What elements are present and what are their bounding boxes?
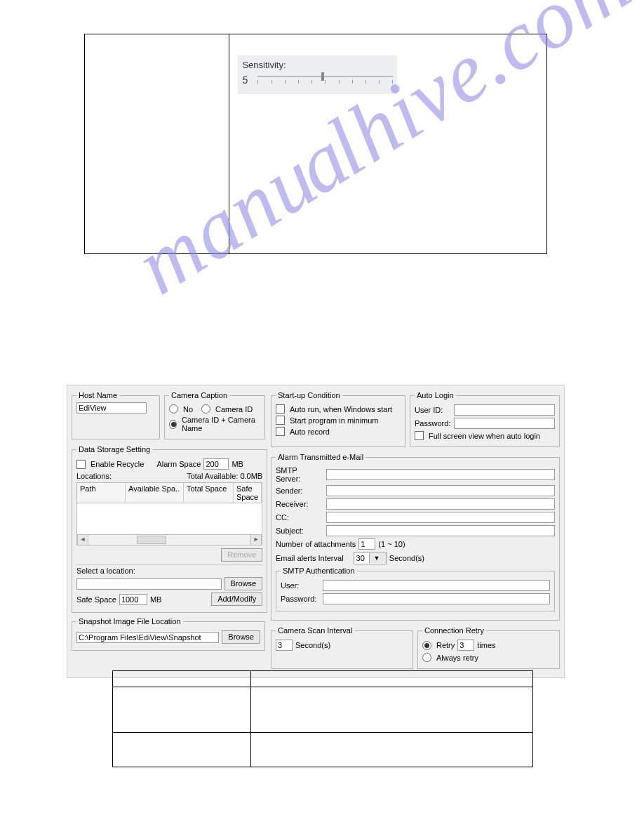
host-name-group: Host Name xyxy=(72,391,160,439)
num-attach-input[interactable] xyxy=(358,538,375,550)
smtp-auth-legend: SMTP Authentication xyxy=(281,567,357,575)
fullscreen-checkbox[interactable] xyxy=(415,431,424,440)
opt-camera-id-label: Camera ID xyxy=(215,405,253,413)
num-attach-label: Number of attachments xyxy=(276,540,356,548)
scroll-right-icon[interactable]: ► xyxy=(250,535,262,545)
smtp-password-input[interactable] xyxy=(323,593,550,604)
auto-run-checkbox[interactable] xyxy=(276,404,285,413)
info-table xyxy=(112,670,533,767)
times-label: times xyxy=(477,641,495,649)
smtp-input[interactable] xyxy=(326,469,555,480)
safe-space-input[interactable] xyxy=(119,594,147,605)
sensitivity-value: 5 xyxy=(242,74,250,86)
start-min-label: Start program in minimum xyxy=(290,416,379,425)
camera-caption-legend: Camera Caption xyxy=(169,391,229,399)
email-interval-select[interactable]: 30 ▼ xyxy=(354,552,387,564)
host-name-legend: Host Name xyxy=(76,391,119,399)
alarm-mail-legend: Alarm Transmitted e-Mail xyxy=(276,453,365,461)
location-path-input[interactable] xyxy=(76,578,222,590)
safe-space-label: Safe Space xyxy=(76,595,116,604)
num-attach-range: (1 ~ 10) xyxy=(378,540,405,548)
mb-label-1: MB xyxy=(232,460,243,468)
password-label: Password: xyxy=(415,419,451,428)
camera-caption-group: Camera Caption No Camera ID Camera ID + … xyxy=(164,391,265,439)
locations-scrollbar[interactable]: ◄ ► xyxy=(76,535,262,545)
scan-interval-legend: Camera Scan Interval xyxy=(276,626,354,635)
sensitivity-slider[interactable] xyxy=(257,73,393,87)
browse-location-button[interactable]: Browse xyxy=(224,577,263,590)
seconds-label-2: Second(s) xyxy=(295,641,330,649)
enable-recycle-label: Enable Recycle xyxy=(90,460,144,468)
subject-label: Subject: xyxy=(276,527,323,535)
slider-thumb-icon[interactable] xyxy=(321,72,324,81)
radio-camera-id-name[interactable] xyxy=(169,420,177,429)
cc-input[interactable] xyxy=(326,512,555,523)
opt-camera-id-name-label: Camera ID + Camera Name xyxy=(182,416,260,432)
mb-label-2: MB xyxy=(150,595,162,604)
smtp-user-input[interactable] xyxy=(323,580,550,591)
alarm-mail-group: Alarm Transmitted e-Mail SMTP Server: Se… xyxy=(271,453,560,621)
subject-input[interactable] xyxy=(326,525,555,536)
host-name-input[interactable] xyxy=(76,402,147,413)
connection-retry-legend: Connection Retry xyxy=(422,626,486,635)
retry-radio[interactable] xyxy=(422,641,431,650)
auto-record-checkbox[interactable] xyxy=(276,427,285,436)
snapshot-legend: Snapshot Image File Location xyxy=(76,617,183,626)
receiver-label: Receiver: xyxy=(276,500,323,508)
start-min-checkbox[interactable] xyxy=(276,416,285,425)
data-storage-legend: Data Storage Setting xyxy=(76,445,152,454)
snapshot-group: Snapshot Image File Location Browse xyxy=(72,617,265,651)
smtp-auth-group: SMTP Authentication User: Password: xyxy=(276,567,555,611)
sender-input[interactable] xyxy=(326,485,555,496)
smtp-label: SMTP Server: xyxy=(276,466,323,483)
fullscreen-label: Full screen view when auto login xyxy=(429,432,540,440)
col-path: Path xyxy=(77,483,126,503)
locations-label: Locations: xyxy=(76,472,112,480)
email-interval-label: Email alerts Interval xyxy=(276,554,344,562)
alarm-space-input[interactable] xyxy=(203,458,229,470)
auto-run-label: Auto run, when Windows start xyxy=(290,405,392,413)
cc-label: CC: xyxy=(276,513,323,522)
retry-count-input[interactable] xyxy=(457,640,474,651)
email-interval-value: 30 xyxy=(354,554,369,562)
add-modify-button[interactable]: Add/Modify xyxy=(211,593,262,606)
remove-button[interactable]: Remove xyxy=(221,548,262,562)
locations-table-header: Path Available Spa.. Total Space Safe Sp… xyxy=(76,482,262,503)
smtp-password-label: Password: xyxy=(281,595,320,603)
settings-dialog: Host Name Camera Caption No Camera ID xyxy=(67,385,565,678)
sensitivity-label: Sensitivity: xyxy=(242,60,393,70)
startup-group: Start-up Condition Auto run, when Window… xyxy=(271,391,405,447)
scan-interval-group: Camera Scan Interval Second(s) xyxy=(271,626,413,669)
data-storage-group: Data Storage Setting Enable Recycle Alar… xyxy=(72,445,267,613)
radio-no[interactable] xyxy=(169,404,178,413)
connection-retry-group: Connection Retry Retry times Always retr… xyxy=(417,626,560,669)
opt-no-label: No xyxy=(183,405,193,413)
radio-camera-id[interactable] xyxy=(201,404,210,413)
col-avail: Available Spa.. xyxy=(126,483,184,503)
always-retry-radio[interactable] xyxy=(422,653,431,662)
user-id-label: User ID: xyxy=(415,406,451,414)
enable-recycle-checkbox[interactable] xyxy=(76,460,86,469)
chevron-down-icon: ▼ xyxy=(369,553,386,563)
receiver-input[interactable] xyxy=(326,498,555,510)
sender-label: Sender: xyxy=(276,486,323,495)
col-safe: Safe Space xyxy=(234,483,262,503)
select-location-label: Select a location: xyxy=(76,567,262,575)
scroll-thumb-icon[interactable] xyxy=(137,536,166,544)
total-available-label: Total Available: 0.0MB xyxy=(187,472,262,480)
auto-login-group: Auto Login User ID: Password: Full scree… xyxy=(410,391,560,447)
user-id-input[interactable] xyxy=(454,404,555,416)
password-input[interactable] xyxy=(454,418,555,429)
sensitivity-table: Sensitivity: 5 xyxy=(84,34,547,254)
scan-interval-input[interactable] xyxy=(276,640,293,651)
smtp-user-label: User: xyxy=(281,581,320,590)
alarm-space-label: Alarm Space xyxy=(156,460,201,468)
auto-login-legend: Auto Login xyxy=(415,391,456,399)
scroll-left-icon[interactable]: ◄ xyxy=(77,535,88,545)
retry-label: Retry xyxy=(436,641,455,649)
col-total: Total Space xyxy=(184,483,234,503)
always-retry-label: Always retry xyxy=(436,654,478,662)
locations-table[interactable] xyxy=(76,503,262,535)
browse-snapshot-button[interactable]: Browse xyxy=(222,630,260,644)
snapshot-path-input[interactable] xyxy=(76,632,219,643)
